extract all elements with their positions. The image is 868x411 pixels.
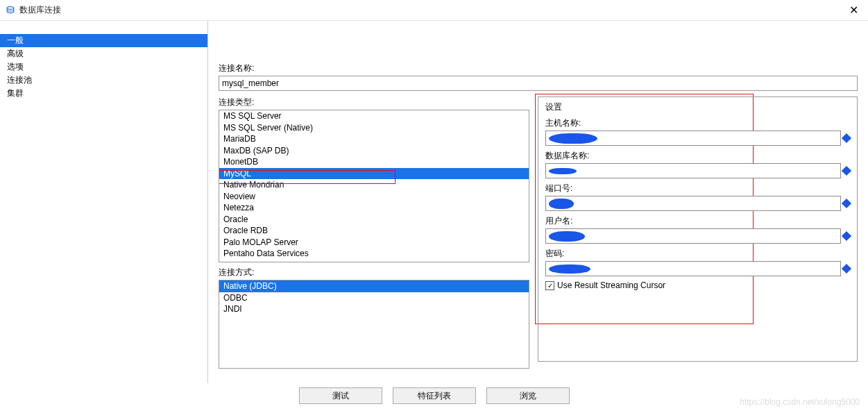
conn-type-option[interactable]: Neoview <box>219 191 529 203</box>
db-label: 数据库名称: <box>545 150 850 162</box>
conn-type-option[interactable]: MaxDB (SAP DB) <box>219 145 529 157</box>
pass-var-button[interactable] <box>842 264 851 274</box>
sidebar-item-1[interactable]: 高级 <box>0 47 207 60</box>
user-label: 用户名: <box>545 215 850 227</box>
sidebar-item-4[interactable]: 集群 <box>0 87 207 100</box>
db-var-button[interactable] <box>842 166 851 176</box>
pass-input[interactable] <box>545 261 841 276</box>
conn-name-label: 连接名称: <box>219 62 858 74</box>
conn-method-label: 连接方式: <box>219 267 529 278</box>
conn-type-option[interactable]: Netezza <box>219 202 529 214</box>
host-input[interactable] <box>545 131 841 146</box>
host-label: 主机名称: <box>545 117 850 129</box>
sidebar-item-2[interactable]: 选项 <box>0 60 207 74</box>
conn-type-option[interactable]: Pentaho Data Services <box>219 248 529 260</box>
conn-type-option[interactable]: Palo MOLAP Server <box>219 237 529 249</box>
conn-type-label: 连接类型: <box>219 97 529 108</box>
conn-type-listbox[interactable]: MS SQL ServerMS SQL Server (Native)Maria… <box>219 110 529 262</box>
pass-label: 密码: <box>545 248 850 260</box>
conn-type-option[interactable]: MonetDB <box>219 156 529 168</box>
titlebar: 数据库连接 ✕ <box>0 0 868 21</box>
window-title: 数据库连接 <box>19 4 845 16</box>
port-input[interactable] <box>545 196 841 211</box>
streaming-cursor-label: Use Result Streaming Cursor <box>557 280 665 290</box>
svg-point-0 <box>7 6 14 9</box>
conn-type-option[interactable]: MariaDB <box>219 133 529 145</box>
settings-panel: 设置 主机名称: 数据库名称: <box>538 97 858 362</box>
conn-method-option[interactable]: Native (JDBC) <box>219 280 529 292</box>
footer: 测试 特征列表 浏览 <box>0 383 868 411</box>
sidebar-item-0[interactable]: 一般 <box>0 34 207 47</box>
conn-type-option[interactable]: MySQL <box>219 168 529 180</box>
conn-method-listbox[interactable]: Native (JDBC)ODBCJNDI <box>219 280 529 369</box>
features-button[interactable]: 特征列表 <box>393 387 476 404</box>
browse-button[interactable]: 浏览 <box>486 387 570 404</box>
conn-method-option[interactable]: ODBC <box>219 292 529 304</box>
port-var-button[interactable] <box>842 199 851 208</box>
test-button[interactable]: 测试 <box>299 387 382 404</box>
conn-name-input[interactable] <box>219 76 858 91</box>
conn-type-option[interactable]: MS SQL Server (Native) <box>219 122 529 134</box>
sidebar-item-3[interactable]: 连接池 <box>0 74 207 87</box>
user-input[interactable] <box>545 228 841 244</box>
conn-type-option[interactable]: Oracle <box>219 214 529 226</box>
db-input[interactable] <box>545 163 841 178</box>
settings-heading: 设置 <box>545 101 850 113</box>
port-label: 端口号: <box>545 183 850 194</box>
streaming-cursor-checkbox[interactable]: ✓ <box>545 281 554 290</box>
conn-type-option[interactable]: MS SQL Server <box>219 110 529 122</box>
sidebar: 一般高级选项连接池集群 <box>0 21 208 383</box>
conn-type-option[interactable]: Native Mondrian <box>219 179 529 191</box>
close-button[interactable]: ✕ <box>845 3 862 17</box>
conn-method-option[interactable]: JNDI <box>219 303 529 315</box>
database-icon <box>6 6 15 15</box>
host-var-button[interactable] <box>842 133 851 143</box>
conn-type-option[interactable]: Oracle RDB <box>219 225 529 237</box>
user-var-button[interactable] <box>842 231 851 241</box>
